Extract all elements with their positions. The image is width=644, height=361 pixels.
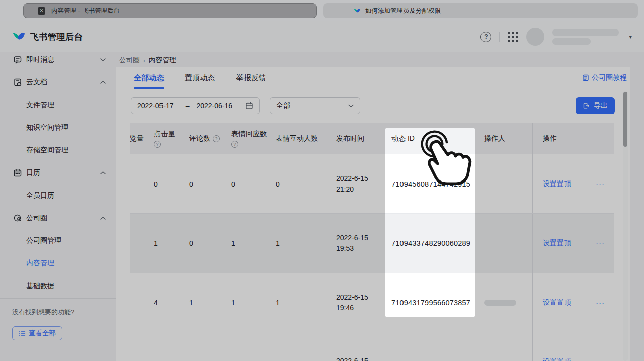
table-row[interactable]: 2022-6-15 设置置顶 ···: [130, 332, 614, 361]
chevron-up-icon: [100, 171, 106, 174]
app-header: 飞书管理后台 ? ▾: [0, 21, 644, 52]
category-select[interactable]: 全部: [270, 97, 360, 114]
help-icon[interactable]: ?: [231, 141, 238, 148]
comments-value: 0: [185, 154, 228, 213]
tab-all-posts[interactable]: 全部动态: [134, 67, 164, 89]
export-icon: [583, 102, 590, 109]
publish-time: 19:53: [336, 244, 368, 253]
reactors-value: [271, 332, 330, 361]
scrollbar-thumb[interactable]: [623, 92, 627, 147]
user-name-redacted: [552, 29, 619, 45]
export-button[interactable]: 导出: [576, 97, 615, 114]
col-reactions: 表情回应数?: [228, 123, 271, 154]
publish-date: 2022-6-15: [336, 233, 368, 243]
date-separator: –: [186, 102, 190, 110]
view-all-button[interactable]: 查看全部: [12, 326, 62, 340]
col-actions: 操作: [532, 123, 614, 154]
browser-tab-title: 内容管理 - 飞书管理后台: [51, 7, 120, 15]
sidebar-item-moments-management[interactable]: 公司圈管理: [0, 229, 116, 252]
more-actions-icon[interactable]: ···: [596, 357, 605, 361]
table-row[interactable]: 1 0 1 1 2022-6-1519:53 71094337482900602…: [130, 214, 614, 273]
apps-grid-icon[interactable]: [508, 32, 518, 42]
chevron-down-icon[interactable]: ▾: [629, 34, 632, 40]
pin-link[interactable]: 设置置顶: [543, 298, 571, 307]
help-icon[interactable]: ?: [213, 135, 220, 142]
clicks-value: 0: [149, 154, 185, 213]
reactions-value: [228, 332, 271, 361]
chevron-down-icon: [348, 104, 354, 108]
browser-tab-active[interactable]: ✕ 内容管理 - 飞书管理后台: [23, 3, 317, 18]
publish-date: 2022-6-15: [336, 356, 368, 361]
feishu-logo-icon: [353, 7, 361, 15]
sidebar-item-wiki-space[interactable]: 知识空间管理: [0, 116, 116, 139]
screen: ✕ 内容管理 - 飞书管理后台 如何添加管理员及分配权限 飞书管理后台: [0, 0, 644, 361]
browser-tab-secondary[interactable]: 如何添加管理员及分配权限: [323, 3, 638, 18]
chevron-up-icon: [100, 216, 106, 220]
browser-tab-bar: ✕ 内容管理 - 飞书管理后台 如何添加管理员及分配权限: [0, 0, 644, 21]
pin-link[interactable]: 设置置顶: [543, 179, 571, 189]
reactions-value: 1: [228, 214, 271, 273]
date-range-picker[interactable]: 2022-05-17 – 2022-06-16: [131, 97, 260, 114]
pin-link[interactable]: 设置置顶: [543, 357, 571, 361]
sidebar-item-calendar[interactable]: 日历: [0, 161, 116, 184]
tab-report-feedback[interactable]: 举报反馈: [236, 67, 266, 89]
pin-link[interactable]: 设置置顶: [543, 239, 571, 248]
table-row[interactable]: 4 1 1 1 2022-6-1519:46 71094317995660738…: [130, 273, 614, 332]
sidebar-divider: [0, 298, 116, 299]
clicks-value: 1: [149, 214, 185, 273]
help-icon[interactable]: ?: [154, 141, 161, 148]
sidebar-item-storage-space[interactable]: 存储空间管理: [0, 139, 116, 161]
sidebar: 即时消息 云文档 文件管理 知识空间管理: [0, 52, 116, 361]
main-content: 公司圈 › 内容管理 全部动态 置顶动态 举报反馈 公司圈教程: [116, 52, 644, 361]
breadcrumb-parent[interactable]: 公司圈: [119, 56, 140, 65]
tab-pinned-posts[interactable]: 置顶动态: [185, 67, 215, 89]
clicks-value: 4: [149, 273, 185, 332]
date-end: 2022-06-16: [196, 102, 232, 110]
sidebar-item-docs[interactable]: 云文档: [0, 71, 116, 94]
calendar-icon: [13, 168, 22, 177]
app-title: 飞书管理后台: [30, 31, 83, 43]
breadcrumb: 公司圈 › 内容管理: [119, 56, 176, 65]
sidebar-item-basic-data[interactable]: 基础数据: [0, 275, 116, 297]
sidebar-item-file-management[interactable]: 文件管理: [0, 94, 116, 116]
doc-icon: [582, 74, 589, 81]
sidebar-item-im[interactable]: 即时消息: [0, 48, 116, 71]
comments-value: 0: [185, 214, 228, 273]
sidebar-item-moments[interactable]: 公司圈: [0, 207, 116, 229]
post-id: 7109456087144742915: [391, 180, 470, 188]
col-views: 览量: [130, 123, 149, 154]
more-actions-icon[interactable]: ···: [596, 179, 605, 188]
moments-icon: [13, 214, 22, 223]
category-value: 全部: [276, 101, 290, 110]
col-reactors: 表情互动人数: [271, 123, 330, 154]
avatar[interactable]: [526, 28, 544, 46]
more-actions-icon[interactable]: ···: [596, 239, 605, 247]
sidebar-item-content-management[interactable]: 内容管理: [0, 252, 116, 275]
tutorial-link[interactable]: 公司圈教程: [582, 67, 627, 89]
col-post-id: 动态 ID: [385, 123, 475, 154]
document-icon: [13, 78, 22, 87]
operator-redacted: [484, 300, 516, 306]
chevron-up-icon: [100, 80, 106, 84]
clicks-value: [149, 332, 185, 361]
post-id: 7109431799566073857: [391, 299, 470, 307]
col-operator: 操作人: [475, 123, 532, 154]
list-icon: [19, 330, 26, 337]
col-comments: 评论数?: [185, 123, 228, 154]
help-icon[interactable]: ?: [480, 32, 491, 42]
more-actions-icon[interactable]: ···: [596, 298, 605, 307]
vertical-scrollbar[interactable]: [623, 91, 628, 361]
post-id: 7109433748290060289: [391, 239, 470, 247]
close-box-icon: ✕: [38, 7, 45, 15]
calendar-icon: [245, 102, 253, 110]
table-row[interactable]: 0 0 0 0 2022-6-1521:20 71094560871447429…: [130, 154, 614, 214]
reactors-value: 1: [271, 273, 330, 332]
tabs-row: 全部动态 置顶动态 举报反馈 公司圈教程: [116, 67, 630, 89]
reactors-value: 1: [271, 214, 330, 273]
reactions-value: 0: [228, 154, 271, 213]
col-clicks: 点击量?: [149, 123, 185, 154]
col-publish-time: 发布时间: [330, 123, 385, 154]
sidebar-item-all-calendar[interactable]: 全员日历: [0, 184, 116, 207]
chat-icon: [13, 55, 22, 64]
date-start: 2022-05-17: [137, 102, 174, 110]
